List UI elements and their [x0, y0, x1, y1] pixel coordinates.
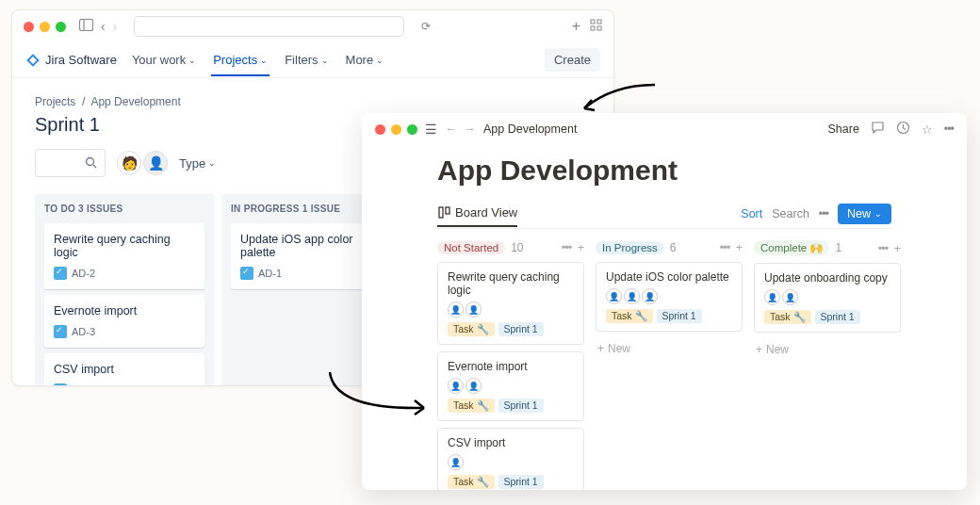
notion-card[interactable]: Evernote import 👤👤 Task 🔧 Sprint 1 — [437, 351, 584, 421]
status-pill[interactable]: Not Started — [437, 241, 505, 254]
close-window-icon[interactable] — [375, 124, 385, 135]
new-button[interactable]: New⌄ — [838, 204, 891, 224]
svg-rect-9 — [439, 207, 443, 218]
column-more-icon[interactable]: ••• — [720, 240, 730, 254]
jira-issue-card[interactable]: Evernote import AD-3 — [44, 295, 204, 348]
notion-card[interactable]: Update iOS color palette 👤👤👤 Task 🔧 Spri… — [596, 262, 743, 332]
chevron-down-icon: ⌄ — [874, 209, 882, 219]
view-tabs: Board View Sort Search ••• New⌄ — [437, 204, 891, 229]
card-title: CSV import — [448, 436, 574, 449]
notion-card[interactable]: Rewrite query caching logic 👤👤 Task 🔧 Sp… — [437, 262, 584, 345]
avatar: 👤 — [764, 289, 780, 305]
breadcrumb-page[interactable]: App Development — [483, 122, 577, 136]
breadcrumb-projects[interactable]: Projects — [35, 95, 75, 108]
svg-rect-5 — [597, 26, 601, 30]
column-more-icon[interactable]: ••• — [562, 240, 572, 254]
svg-rect-4 — [591, 26, 595, 30]
share-button[interactable]: Share — [828, 122, 859, 136]
issue-key: AD-1 — [258, 268, 282, 279]
avatar[interactable]: 👤 — [143, 151, 168, 175]
back-icon[interactable]: ‹ — [101, 19, 106, 34]
avatar: 👤 — [782, 289, 798, 305]
breadcrumb: Projects / App Development — [35, 95, 591, 108]
issue-title: Update iOS app color palette — [240, 233, 382, 259]
type-dropdown[interactable]: Type⌄ — [179, 156, 216, 171]
notion-column: Not Started 10 ••• + Rewrite query cachi… — [437, 240, 584, 490]
page-title: App Development — [437, 155, 891, 187]
breadcrumb-project[interactable]: App Development — [90, 95, 180, 108]
add-card-icon[interactable]: + — [893, 241, 901, 255]
clock-icon[interactable] — [896, 121, 910, 138]
maximize-window-icon[interactable] — [407, 124, 417, 135]
avatar: 👤 — [448, 301, 464, 318]
browser-titlebar: ‹ › ⟳ + — [12, 10, 613, 42]
minimize-window-icon[interactable] — [391, 124, 401, 135]
hamburger-icon[interactable]: ☰ — [425, 122, 437, 137]
forward-icon[interactable]: › — [113, 19, 118, 34]
svg-rect-10 — [446, 207, 449, 214]
svg-rect-0 — [80, 20, 93, 31]
column-header: TO DO 3 ISSUES — [44, 204, 204, 214]
tab-board-view[interactable]: Board View — [437, 205, 517, 227]
nav-projects[interactable]: Projects⌄ — [211, 43, 270, 76]
column-more-icon[interactable]: ••• — [878, 241, 889, 255]
more-icon[interactable]: ••• — [819, 207, 828, 220]
tag-task: Task 🔧 — [448, 399, 495, 413]
more-icon[interactable]: ••• — [944, 122, 954, 136]
star-icon[interactable]: ☆ — [922, 122, 933, 137]
card-count: 1 — [835, 241, 841, 254]
notion-card[interactable]: Update onboarding copy 👤👤 Task 🔧 Sprint … — [754, 263, 901, 333]
status-pill[interactable]: In Progress — [596, 241, 664, 254]
add-card-icon[interactable]: + — [577, 240, 584, 254]
notion-card[interactable]: CSV import 👤 Task 🔧 Sprint 1 — [437, 428, 584, 490]
search-button[interactable]: Search — [772, 207, 809, 220]
jira-logo[interactable]: Jira Software — [25, 53, 117, 68]
avatar: 👤 — [448, 378, 464, 394]
tag-sprint: Sprint 1 — [498, 322, 544, 336]
jira-navbar: Jira Software Your work⌄ Projects⌄ Filte… — [12, 42, 613, 78]
task-type-icon — [54, 383, 67, 386]
card-assignees: 👤 — [448, 454, 574, 470]
forward-icon[interactable]: → — [465, 122, 477, 136]
card-count: 10 — [511, 241, 523, 254]
url-bar[interactable] — [134, 16, 403, 37]
issue-title: Rewrite query caching logic — [54, 233, 195, 259]
jira-issue-card[interactable]: Rewrite query caching logic AD-2 — [44, 223, 204, 289]
comments-icon[interactable] — [871, 121, 885, 138]
add-new-row[interactable]: + New — [754, 339, 901, 360]
issue-key: AD-3 — [72, 326, 95, 337]
jira-column: TO DO 3 ISSUES Rewrite query caching log… — [35, 194, 214, 386]
avatar: 👤 — [466, 301, 482, 318]
close-window-icon[interactable] — [24, 22, 34, 32]
search-input[interactable] — [35, 149, 106, 177]
plus-icon: + — [597, 342, 604, 355]
nav-more[interactable]: More⌄ — [344, 43, 386, 76]
nav-filters[interactable]: Filters⌄ — [283, 43, 330, 76]
minimize-window-icon[interactable] — [40, 22, 50, 32]
maximize-window-icon[interactable] — [56, 22, 66, 32]
back-icon[interactable]: ← — [445, 122, 457, 136]
status-pill[interactable]: Complete 🙌 — [754, 240, 829, 255]
notion-column: In Progress 6 ••• + Update iOS color pal… — [596, 240, 743, 490]
sidebar-icon[interactable] — [79, 18, 93, 35]
card-title: Rewrite query caching logic — [448, 270, 574, 297]
search-icon — [85, 156, 97, 171]
sort-button[interactable]: Sort — [741, 207, 762, 220]
jira-logo-icon — [25, 53, 41, 68]
add-new-row[interactable]: + New — [596, 338, 743, 359]
grid-icon[interactable] — [590, 18, 602, 35]
reload-icon[interactable]: ⟳ — [421, 20, 431, 33]
add-card-icon[interactable]: + — [735, 240, 743, 254]
card-title: Update onboarding copy — [764, 271, 890, 285]
chevron-down-icon: ⌄ — [376, 56, 384, 65]
assignee-avatars[interactable]: 🧑 👤 — [117, 151, 168, 175]
card-title: Update iOS color palette — [606, 270, 732, 284]
nav-your-work[interactable]: Your work⌄ — [130, 43, 198, 76]
plus-icon[interactable]: + — [572, 18, 580, 35]
create-button[interactable]: Create — [545, 48, 600, 72]
notion-column: Complete 🙌 1 ••• + Update onboarding cop… — [754, 240, 901, 490]
avatar[interactable]: 🧑 — [117, 151, 141, 175]
tag-task: Task 🔧 — [448, 322, 495, 336]
card-assignees: 👤👤 — [764, 289, 890, 305]
jira-issue-card[interactable]: CSV import AD-4 — [44, 353, 204, 386]
